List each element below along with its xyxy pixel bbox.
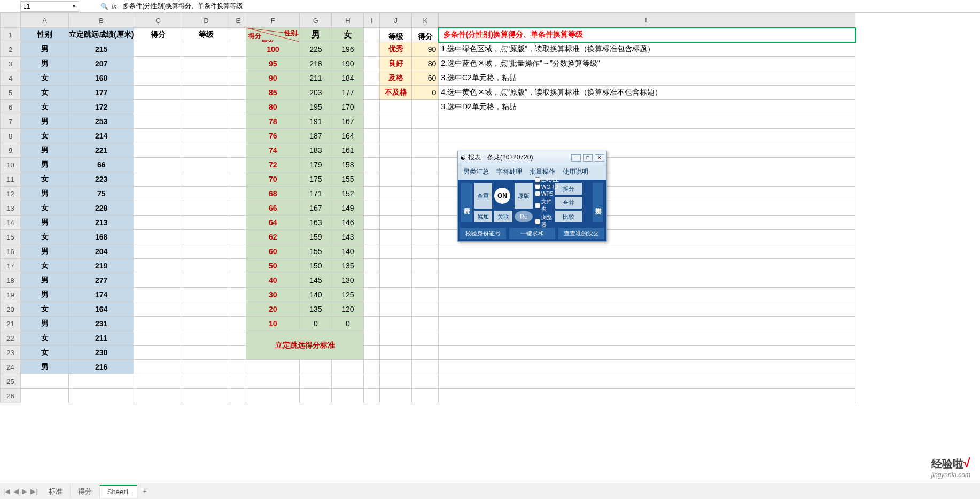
formula-input[interactable]: 多条件(分性别)换算得分、单条件换算等级 — [120, 2, 243, 11]
close-icon[interactable]: ✕ — [595, 154, 604, 162]
cell-std-female[interactable]: 0 — [332, 317, 364, 331]
cell[interactable] — [412, 129, 439, 143]
cell[interactable] — [412, 114, 439, 129]
cell-jump[interactable]: 253 — [69, 114, 134, 129]
cell-std-male[interactable]: 179 — [300, 158, 332, 172]
instruction-cell[interactable]: 1.选中绿色区域，点"原版"，读取换算标准（换算标准包含标题） — [439, 42, 855, 57]
cell[interactable] — [230, 129, 246, 143]
cell[interactable] — [364, 389, 380, 403]
cell[interactable] — [412, 317, 439, 331]
cell-jump[interactable]: 216 — [69, 360, 134, 374]
cell-std-score[interactable]: 64 — [246, 216, 300, 230]
instruction-cell[interactable]: 3.选中D2单元格，粘贴 — [439, 100, 855, 114]
cell[interactable] — [230, 346, 246, 360]
cell-grade-score[interactable]: 0 — [412, 86, 439, 100]
header-grade[interactable]: 等级 — [182, 28, 230, 42]
row-header[interactable]: 14 — [1, 216, 21, 230]
cell-jump[interactable]: 204 — [69, 244, 134, 259]
cell[interactable] — [364, 230, 380, 244]
row-header[interactable]: 21 — [1, 317, 21, 331]
cell-std-female[interactable]: 130 — [332, 273, 364, 288]
cell[interactable] — [230, 302, 246, 317]
cell-points[interactable] — [134, 114, 182, 129]
cell-gender[interactable]: 男 — [21, 216, 69, 230]
cell-jump[interactable]: 207 — [69, 57, 134, 71]
cell[interactable] — [364, 201, 380, 216]
cell[interactable] — [364, 57, 380, 71]
row-header[interactable]: 15 — [1, 230, 21, 244]
cell[interactable] — [412, 302, 439, 317]
cell-gender[interactable]: 女 — [21, 331, 69, 346]
cell[interactable] — [364, 71, 380, 86]
original-button[interactable]: 原版 — [515, 183, 533, 209]
cell-std-female[interactable]: 190 — [332, 57, 364, 71]
row-header[interactable]: 26 — [1, 389, 21, 403]
row-header[interactable]: 24 — [1, 360, 21, 374]
cell[interactable] — [380, 273, 412, 288]
cell-std-female[interactable]: 155 — [332, 172, 364, 187]
cell[interactable] — [439, 273, 855, 288]
cell-std-male[interactable]: 159 — [300, 230, 332, 244]
row-header[interactable]: 11 — [1, 172, 21, 187]
cell-gender[interactable]: 女 — [21, 230, 69, 244]
cell-grade[interactable] — [182, 86, 230, 100]
cell-grade[interactable] — [182, 346, 230, 360]
cell-grade[interactable] — [182, 187, 230, 201]
cell-jump[interactable]: 177 — [69, 86, 134, 100]
cell-grade[interactable] — [182, 273, 230, 288]
cell[interactable] — [364, 302, 380, 317]
cell-gender[interactable]: 女 — [21, 86, 69, 100]
cell-grade-name[interactable]: 及格 — [380, 71, 412, 86]
menu-item[interactable]: 字符处理 — [496, 167, 522, 176]
link-button[interactable]: 关联 — [494, 211, 512, 222]
on-button[interactable]: ON — [494, 188, 510, 204]
cell-grade[interactable] — [182, 259, 230, 273]
checkbox-浏览器[interactable]: 浏览器 — [535, 214, 553, 229]
cell-std-score[interactable]: 85 — [246, 86, 300, 100]
cell-std-female[interactable]: 177 — [332, 86, 364, 100]
cell-std-score[interactable]: 72 — [246, 158, 300, 172]
cell-std-male[interactable]: 155 — [300, 244, 332, 259]
header-male[interactable]: 男 — [300, 28, 332, 42]
cell-std-male[interactable]: 187 — [300, 129, 332, 143]
instruction-cell[interactable]: 3.选中C2单元格，粘贴 — [439, 71, 855, 86]
cell-std-male[interactable]: 183 — [300, 143, 332, 158]
cell[interactable] — [412, 158, 439, 172]
cell-std-female[interactable]: 140 — [332, 244, 364, 259]
cell[interactable] — [380, 346, 412, 360]
cell[interactable] — [230, 331, 246, 346]
cell[interactable] — [380, 317, 412, 331]
cell-grade[interactable] — [182, 331, 230, 346]
row-header[interactable]: 2 — [1, 42, 21, 57]
cell[interactable] — [364, 374, 380, 389]
cell-std-male[interactable]: 191 — [300, 114, 332, 129]
cell-grade-score[interactable]: 60 — [412, 71, 439, 86]
prev-tab-icon[interactable]: ◀ — [13, 487, 19, 495]
cell-std-female[interactable]: 164 — [332, 129, 364, 143]
last-tab-icon[interactable]: ▶| — [30, 487, 37, 495]
cell-points[interactable] — [134, 201, 182, 216]
cell-std-male[interactable]: 145 — [300, 273, 332, 288]
cell-gender[interactable]: 男 — [21, 143, 69, 158]
cell[interactable] — [380, 143, 412, 158]
col-header[interactable]: I — [364, 13, 380, 28]
cell[interactable] — [134, 374, 182, 389]
cell-gender[interactable]: 男 — [21, 288, 69, 302]
cell-std-score[interactable]: 62 — [246, 230, 300, 244]
row-header[interactable]: 22 — [1, 331, 21, 346]
cell[interactable] — [380, 288, 412, 302]
cell[interactable] — [246, 374, 300, 389]
cell-jump[interactable]: 219 — [69, 259, 134, 273]
cell-gender[interactable]: 男 — [21, 42, 69, 57]
cell[interactable] — [182, 374, 230, 389]
col-header[interactable]: B — [69, 13, 134, 28]
cell[interactable] — [412, 187, 439, 201]
cell[interactable] — [230, 187, 246, 201]
cell[interactable] — [439, 346, 855, 360]
row-header[interactable]: 25 — [1, 374, 21, 389]
cell-gender[interactable]: 女 — [21, 259, 69, 273]
cell-grade[interactable] — [182, 360, 230, 374]
cell-jump[interactable]: 174 — [69, 288, 134, 302]
cell[interactable] — [69, 389, 134, 403]
diagonal-header[interactable]: 性别厘米得分 — [246, 28, 300, 42]
